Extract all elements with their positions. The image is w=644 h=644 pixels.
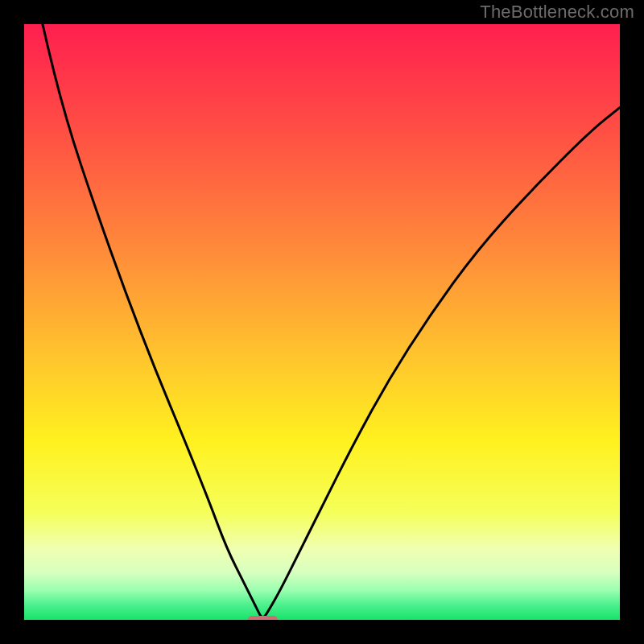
watermark-text: TheBottleneck.com [480, 2, 634, 23]
bottleneck-curve [24, 24, 620, 620]
chart-frame: TheBottleneck.com [0, 0, 644, 644]
optimal-marker [248, 616, 278, 620]
plot-area [24, 24, 620, 620]
